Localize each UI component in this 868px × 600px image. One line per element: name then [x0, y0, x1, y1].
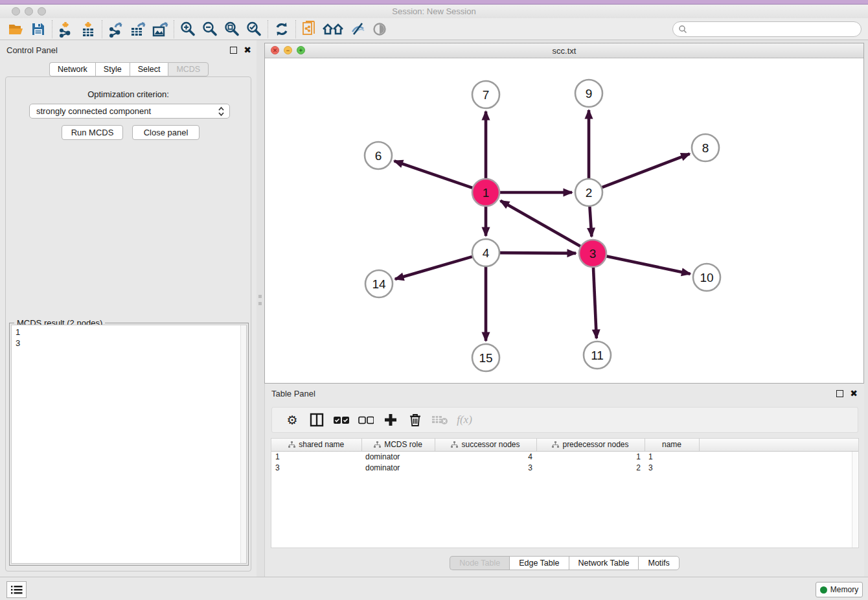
optimization-criterion-select[interactable]: strongly connected component — [29, 104, 230, 119]
tab-select[interactable]: Select — [130, 62, 168, 76]
table-cell[interactable]: 1 — [645, 451, 699, 462]
table-cell[interactable]: 2 — [536, 462, 645, 473]
toolbar-separator — [295, 20, 296, 38]
edge-1-6[interactable] — [394, 161, 473, 187]
zoom-out-icon[interactable] — [199, 19, 221, 39]
node-table: shared name MCDS role successor nodes pr… — [271, 438, 859, 548]
table-float-icon[interactable] — [836, 390, 843, 397]
gear-icon[interactable]: ⚙ — [280, 413, 304, 428]
column-predecessor-nodes[interactable]: predecessor nodes — [536, 439, 645, 451]
search-input[interactable] — [687, 25, 861, 34]
close-panel-icon[interactable]: ✖ — [244, 45, 251, 54]
column-successor-nodes[interactable]: successor nodes — [435, 439, 536, 451]
edge-4-14[interactable] — [395, 257, 472, 279]
column-mcds-role[interactable]: MCDS role — [361, 439, 435, 451]
edge-4-3[interactable] — [500, 253, 576, 253]
open-session-icon[interactable] — [5, 19, 27, 39]
node-2[interactable]: 2 — [575, 179, 602, 206]
tab-style[interactable]: Style — [95, 62, 130, 76]
tab-network-table[interactable]: Network Table — [569, 556, 639, 570]
node-14[interactable]: 14 — [365, 270, 393, 297]
node-9[interactable]: 9 — [575, 80, 602, 107]
node-1[interactable]: 1 — [472, 179, 499, 206]
column-name[interactable]: name — [645, 439, 699, 451]
show-details-icon[interactable] — [369, 19, 391, 39]
table-cell[interactable]: 1 — [536, 451, 645, 462]
zoom-selected-icon[interactable] — [243, 19, 265, 39]
network-window-title: scc.txt — [265, 46, 863, 56]
node-6[interactable]: 6 — [365, 142, 392, 169]
panel-divider[interactable] — [257, 40, 264, 577]
table-cell[interactable]: 4 — [435, 451, 536, 462]
table-cell[interactable]: dominator — [361, 451, 435, 462]
table-cell[interactable]: 3 — [435, 462, 536, 473]
clone-network-icon[interactable] — [299, 19, 321, 39]
export-network-icon[interactable] — [105, 19, 127, 39]
edge-3-11[interactable] — [593, 268, 597, 338]
first-neighbors-icon[interactable] — [321, 19, 347, 39]
task-history-button[interactable] — [6, 581, 27, 598]
network-window-titlebar[interactable]: ✕ − + scc.txt — [265, 43, 863, 58]
run-mcds-button[interactable]: Run MCDS — [62, 125, 123, 140]
mcds-result-text[interactable]: 1 3 — [11, 325, 247, 564]
main-toolbar — [0, 18, 868, 40]
memory-button[interactable]: Memory — [816, 582, 863, 597]
control-panel-tabs: Network Style Select MCDS — [49, 62, 209, 76]
table-cell[interactable]: 3 — [645, 462, 699, 473]
network-canvas[interactable]: 1234678910111415 — [265, 58, 863, 383]
node-10[interactable]: 10 — [693, 264, 720, 291]
search-field[interactable] — [672, 21, 862, 37]
svg-text:3: 3 — [589, 247, 597, 260]
svg-text:15: 15 — [479, 351, 492, 365]
result-scrollbar[interactable] — [240, 325, 246, 563]
tab-mcds[interactable]: MCDS — [168, 62, 209, 76]
close-panel-button[interactable]: Close panel — [132, 125, 200, 140]
tab-motifs[interactable]: Motifs — [638, 556, 679, 570]
table-cell[interactable]: dominator — [361, 462, 435, 473]
svg-text:14: 14 — [372, 277, 386, 291]
memory-status-icon — [820, 586, 827, 594]
node-15[interactable]: 15 — [472, 344, 499, 371]
svg-text:10: 10 — [700, 271, 713, 284]
toolbar-separator — [174, 20, 174, 38]
tab-edge-table[interactable]: Edge Table — [509, 556, 568, 570]
import-network-icon[interactable] — [55, 19, 77, 39]
import-table-icon[interactable] — [77, 19, 99, 39]
delete-table-icon — [428, 415, 452, 425]
table-row[interactable]: 1dominator411 — [271, 451, 858, 462]
node-8[interactable]: 8 — [692, 134, 719, 161]
node-4[interactable]: 4 — [472, 239, 499, 266]
hide-details-icon[interactable] — [347, 19, 369, 39]
mcds-result-group: MCDS result (2 nodes) 1 3 — [9, 318, 249, 566]
tab-network[interactable]: Network — [49, 62, 95, 76]
tab-node-table[interactable]: Node Table — [450, 556, 509, 570]
delete-column-icon[interactable] — [403, 413, 428, 427]
node-11[interactable]: 11 — [584, 341, 611, 369]
save-session-icon[interactable] — [27, 19, 49, 39]
edge-3-10[interactable] — [607, 257, 691, 274]
search-icon — [678, 25, 687, 34]
deselect-all-icon[interactable] — [354, 416, 378, 424]
control-panel-title: Control Panel — [6, 45, 58, 55]
table-cell[interactable]: 3 — [271, 462, 361, 473]
export-image-icon[interactable] — [149, 19, 171, 39]
add-column-icon[interactable] — [378, 413, 403, 427]
edge-2-3[interactable] — [589, 207, 591, 237]
node-7[interactable]: 7 — [472, 81, 499, 108]
edge-2-8[interactable] — [602, 154, 690, 187]
node-3[interactable]: 3 — [579, 240, 606, 267]
float-panel-icon[interactable] — [230, 47, 237, 54]
column-shared-name[interactable]: shared name — [271, 439, 361, 451]
select-all-icon[interactable] — [329, 416, 354, 424]
zoom-in-icon[interactable] — [177, 19, 199, 39]
table-row[interactable]: 3dominator323 — [271, 462, 858, 473]
refresh-icon[interactable] — [271, 19, 293, 39]
edge-3-1[interactable] — [501, 201, 580, 246]
svg-text:7: 7 — [483, 88, 490, 102]
export-table-icon[interactable] — [127, 19, 149, 39]
table-close-icon[interactable]: ✖ — [850, 389, 858, 398]
table-scrollbar[interactable] — [852, 452, 858, 548]
zoom-fit-icon[interactable] — [221, 19, 243, 39]
table-cell[interactable]: 1 — [271, 451, 361, 462]
split-columns-icon[interactable] — [304, 413, 329, 427]
